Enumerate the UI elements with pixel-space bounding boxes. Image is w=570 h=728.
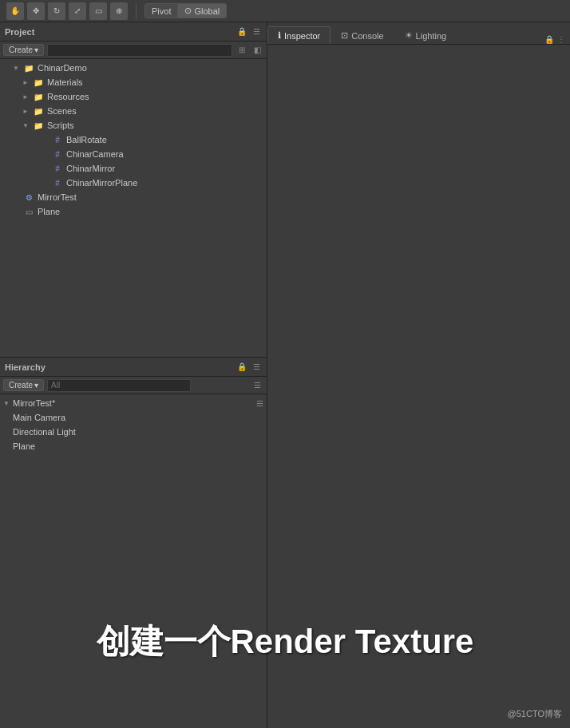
materials-label: Materials [47, 77, 83, 87]
top-toolbar: ✋ ✥ ↻ ⤢ ▭ ⊕ Pivot ⊙ Global [0, 0, 570, 22]
tree-item-chinardemo[interactable]: ▼ 📁 ChinarDemo [0, 61, 267, 75]
tab-lock-area: 🔒 ⋮ [540, 35, 570, 44]
create-label: Create [9, 46, 33, 54]
resources-label: Resources [47, 92, 89, 101]
chinarmirrorplane-script-icon: # [51, 177, 64, 188]
mirrortest-label: MirrorTest [38, 192, 77, 202]
hierarchy-create-label: Create [9, 381, 33, 390]
hierarchy-menu-icon[interactable]: ☰ [251, 362, 262, 373]
project-panel-header-icons: 🔒 ☰ [236, 26, 262, 38]
hier-item-mirrortest[interactable]: ▼ MirrorTest* ☰ [0, 396, 267, 410]
project-lock-icon[interactable]: 🔒 [236, 26, 247, 38]
hierarchy-create-arrow: ▾ [34, 381, 38, 390]
materials-folder-icon: 📁 [32, 77, 45, 88]
watermark: @51CTO博客 [508, 708, 562, 720]
scenes-folder-icon: 📁 [32, 105, 45, 117]
scenes-arrow: ► [22, 108, 32, 115]
tree-item-resources[interactable]: ► 📁 Resources [0, 89, 267, 104]
toolbar-icons-left: ✋ ✥ ↻ ⤢ ▭ ⊕ [6, 2, 128, 20]
tree-item-scripts[interactable]: ▼ 📁 Scripts [0, 118, 267, 133]
console-tab-icon: ⊡ [341, 30, 348, 41]
inspector-tab-icon: ℹ [278, 30, 281, 41]
hier-mirrortest-label: MirrorTest* [13, 398, 55, 408]
hierarchy-panel-title: Hierarchy [5, 362, 46, 372]
tab-lock-icon[interactable]: 🔒 [544, 35, 554, 44]
chinarmirror-script-icon: # [51, 163, 64, 174]
annotation-container: 创建一个Render Texture [0, 619, 570, 664]
plane-project-label: Plane [38, 207, 60, 216]
hand-tool-icon[interactable]: ✋ [6, 2, 24, 20]
chinarmirror-label: ChinarMirror [66, 164, 115, 173]
tree-item-plane-project[interactable]: ▭ Plane [0, 204, 267, 219]
create-arrow-icon: ▾ [34, 46, 38, 54]
filter-icon-1[interactable]: ⊞ [236, 44, 248, 57]
chinardemo-arrow: ▼ [13, 65, 22, 72]
tree-item-chinarcamera[interactable]: # ChinarCamera [0, 147, 267, 161]
ballrotate-label: BallRotate [66, 135, 107, 144]
tree-item-scenes[interactable]: ► 📁 Scenes [0, 104, 267, 118]
chinardemo-folder-icon: 📁 [22, 62, 35, 73]
resources-folder-icon: 📁 [32, 91, 45, 102]
hierarchy-lock-icon[interactable]: 🔒 [236, 362, 247, 373]
scripts-folder-icon: 📁 [32, 120, 45, 131]
ballrotate-script-icon: # [51, 134, 64, 145]
hierarchy-search-input[interactable] [47, 379, 191, 392]
transform-tool-icon[interactable]: ⊕ [110, 2, 128, 20]
hier-plane-label: Plane [13, 441, 35, 451]
move-tool-icon[interactable]: ✥ [27, 2, 45, 20]
hierarchy-filter-icon[interactable]: ☰ [251, 379, 263, 392]
global-label: Global [194, 6, 220, 16]
chinarcamera-script-icon: # [51, 148, 64, 160]
console-tab-label: Console [351, 31, 383, 41]
pivot-label: Pivot [152, 6, 171, 16]
annotation-text: 创建一个Render Texture [97, 623, 474, 660]
toolbar-separator-1 [136, 3, 137, 19]
inspector-tab-label: Inspector [284, 31, 320, 41]
tab-console[interactable]: ⊡ Console [331, 26, 394, 44]
scripts-arrow: ▼ [22, 122, 32, 129]
project-tree: ▼ 📁 ChinarDemo ► 📁 Materials ► 📁 Resourc… [0, 59, 267, 357]
scripts-label: Scripts [47, 121, 74, 130]
hier-mirrortest-arrow: ▼ [3, 400, 13, 407]
tree-item-ballrotate[interactable]: # BallRotate [0, 133, 267, 147]
tab-more-icon[interactable]: ⋮ [557, 35, 565, 44]
watermark-text: @51CTO博客 [508, 709, 562, 718]
chinardemo-label: ChinarDemo [38, 63, 87, 73]
filter-icon-2[interactable]: ◧ [251, 44, 263, 57]
tree-item-chinarmirrorplane[interactable]: # ChinarMirrorPlane [0, 176, 267, 190]
project-panel: Project 🔒 ☰ Create ▾ ⊞ ◧ [0, 22, 267, 358]
materials-arrow: ► [22, 79, 32, 86]
project-search-input[interactable] [47, 44, 232, 57]
hier-item-plane-hier[interactable]: Plane [0, 439, 267, 453]
plane-project-icon: ▭ [22, 206, 35, 217]
rotate-tool-icon[interactable]: ↻ [48, 2, 65, 20]
scenes-label: Scenes [47, 106, 77, 116]
global-icon: ⊙ [184, 6, 192, 16]
rect-tool-icon[interactable]: ▭ [89, 2, 107, 20]
hier-item-directionallight[interactable]: Directional Light [0, 425, 267, 439]
tree-item-chinarmirror[interactable]: # ChinarMirror [0, 161, 267, 176]
tab-lighting[interactable]: ☀ Lighting [394, 26, 457, 44]
global-button[interactable]: ⊙ Global [178, 4, 226, 18]
hier-mirrortest-menu[interactable]: ☰ [256, 399, 263, 408]
pivot-button[interactable]: Pivot [145, 5, 178, 18]
filter-icons: ⊞ ◧ [236, 44, 263, 57]
hierarchy-panel: Hierarchy 🔒 ☰ Create ▾ ☰ ▼ MirrorTest* [0, 358, 267, 728]
project-panel-title: Project [5, 27, 34, 37]
hier-item-maincamera[interactable]: Main Camera [0, 410, 267, 425]
scale-tool-icon[interactable]: ⤢ [69, 2, 86, 20]
hier-directionallight-label: Directional Light [13, 427, 76, 437]
hierarchy-panel-header-icons: 🔒 ☰ [236, 362, 262, 373]
tree-item-materials[interactable]: ► 📁 Materials [0, 75, 267, 89]
right-tabs: ℹ Inspector ⊡ Console ☀ Lighting 🔒 ⋮ [267, 22, 570, 45]
mirrortest-scene-icon: ⚙ [22, 192, 35, 203]
tree-item-mirrortest[interactable]: ⚙ MirrorTest [0, 190, 267, 204]
resources-arrow: ► [22, 93, 32, 101]
hierarchy-create-button[interactable]: Create ▾ [3, 379, 44, 391]
hier-maincamera-label: Main Camera [13, 413, 65, 422]
hierarchy-toolbar: Create ▾ ☰ [0, 377, 267, 394]
lighting-tab-icon: ☀ [405, 30, 413, 41]
tab-inspector[interactable]: ℹ Inspector [267, 26, 331, 44]
project-create-button[interactable]: Create ▾ [3, 44, 44, 56]
project-menu-icon[interactable]: ☰ [251, 26, 262, 38]
